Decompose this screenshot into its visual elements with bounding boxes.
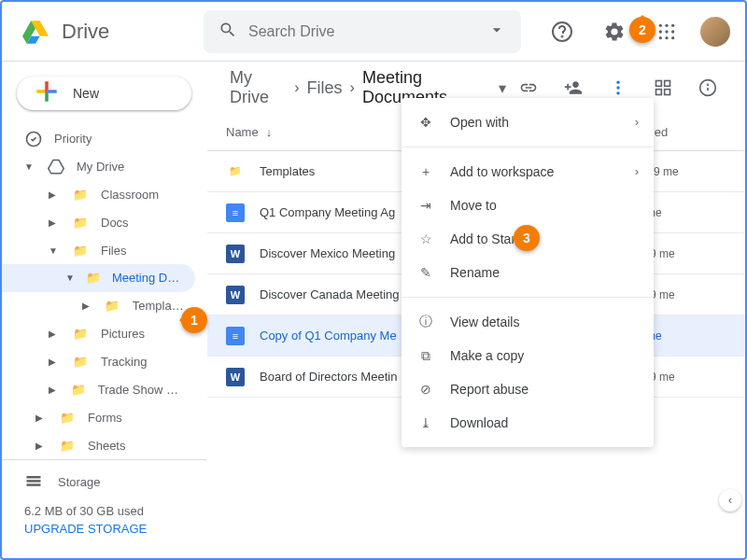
storage-section: Storage 6.2 MB of 30 GB used UPGRADE STO… (2, 459, 206, 547)
menu-rename[interactable]: ✎Rename (402, 256, 654, 289)
folder-icon: 📁 (58, 411, 77, 425)
svg-rect-19 (665, 81, 670, 87)
chevron-right-icon: › (350, 79, 355, 96)
search-icon (218, 21, 237, 43)
expand-icon[interactable]: ▶ (35, 413, 47, 423)
expand-icon[interactable]: ▶ (49, 385, 59, 395)
nav-forms[interactable]: ▶📁Forms (2, 403, 195, 431)
chevron-right-icon: › (635, 165, 639, 178)
svg-point-2 (659, 23, 662, 26)
menu-move-to[interactable]: ⇥Move to (402, 189, 654, 222)
nav-pictures[interactable]: ▶📁Pictures (2, 320, 195, 348)
storage-used: 6.2 MB of 30 GB used (24, 504, 184, 518)
svg-point-1 (562, 35, 563, 36)
nav-files[interactable]: ▼📁Files (2, 236, 195, 264)
svg-point-17 (616, 91, 619, 94)
breadcrumb-files[interactable]: Files (303, 75, 346, 102)
expand-icon[interactable]: ▶ (35, 441, 47, 451)
chevron-right-icon: › (294, 79, 299, 96)
expand-icon[interactable]: ▶ (82, 301, 92, 311)
nav-templates[interactable]: ▶📁Templates (2, 292, 195, 320)
chevron-right-icon: › (635, 116, 639, 129)
svg-point-8 (659, 36, 662, 39)
word-icon: W (226, 368, 245, 386)
drive-icon (47, 159, 65, 175)
folder-icon: 📁 (70, 383, 87, 397)
svg-rect-20 (656, 90, 662, 95)
svg-point-6 (665, 30, 668, 33)
word-icon: W (226, 245, 245, 263)
folder-icon: 📁 (71, 244, 90, 258)
expand-icon[interactable]: ▶ (49, 189, 60, 200)
expand-icon[interactable]: ▼ (65, 273, 75, 283)
svg-rect-18 (656, 81, 662, 87)
new-label: New (73, 86, 99, 101)
callout-3: 3 (514, 225, 540, 251)
menu-separator (402, 297, 654, 298)
menu-download[interactable]: ⤓Download (402, 406, 654, 440)
star-icon: ☆ (416, 231, 435, 246)
nav-meeting-documents[interactable]: ▼📁Meeting Documen... (2, 264, 195, 292)
pencil-icon: ✎ (416, 265, 435, 280)
menu-view-details[interactable]: ⓘView details (402, 305, 654, 339)
settings-icon[interactable] (596, 13, 633, 50)
storage-label: Storage (58, 475, 101, 489)
expand-icon[interactable]: ▶ (49, 329, 60, 339)
menu-open-with[interactable]: ✥Open with› (402, 105, 654, 139)
drive-logo-icon (17, 13, 54, 50)
folder-icon: 📁 (71, 327, 90, 341)
word-icon: W (226, 286, 245, 304)
callout-2: 2 (629, 17, 655, 43)
svg-point-24 (708, 84, 709, 85)
svg-rect-13 (27, 480, 41, 483)
plus-icon: + (416, 164, 435, 179)
folder-icon: 📁 (86, 271, 101, 285)
menu-separator (402, 147, 654, 147)
user-avatar[interactable] (700, 17, 730, 47)
info-icon[interactable] (689, 69, 726, 106)
svg-point-9 (665, 36, 668, 39)
plus-icon (32, 77, 62, 109)
menu-report-abuse[interactable]: ⊘Report abuse (402, 372, 654, 406)
sidebar: New Priority ▼ My Drive ▶📁Classroom ▶📁Do… (2, 62, 207, 558)
expand-icon[interactable]: ▶ (49, 217, 60, 228)
nav-tradeshow[interactable]: ▶📁Trade Show Docs (2, 375, 195, 403)
download-icon: ⤓ (416, 415, 435, 430)
logo[interactable]: Drive (17, 13, 204, 50)
svg-rect-12 (27, 476, 41, 479)
svg-point-5 (659, 30, 662, 33)
search-bar[interactable] (204, 10, 521, 53)
dropdown-icon[interactable]: ▾ (499, 79, 506, 97)
menu-add-workspace[interactable]: +Add to workspace› (402, 155, 654, 189)
svg-point-4 (671, 23, 674, 26)
help-icon[interactable] (543, 13, 581, 50)
new-button[interactable]: New (17, 77, 191, 110)
dropdown-icon[interactable] (487, 21, 506, 43)
search-input[interactable] (248, 23, 476, 40)
folder-icon: 📁 (71, 355, 90, 369)
folder-icon: 📁 (226, 162, 245, 181)
nav-tracking[interactable]: ▶📁Tracking (2, 348, 195, 376)
nav-sheets[interactable]: ▶📁Sheets (2, 431, 195, 459)
svg-point-16 (616, 86, 619, 89)
nav-classroom[interactable]: ▶📁Classroom (2, 181, 195, 209)
nav-docs[interactable]: ▶📁Docs (2, 208, 195, 236)
expand-icon[interactable]: ▼ (24, 161, 35, 172)
folder-icon: 📁 (58, 439, 77, 453)
open-with-icon: ✥ (416, 115, 435, 130)
nav-priority[interactable]: Priority (2, 125, 195, 153)
gdoc-icon: ≡ (226, 203, 245, 222)
breadcrumb-mydrive[interactable]: My Drive (226, 64, 290, 111)
nav-mydrive[interactable]: ▼ My Drive (2, 153, 195, 181)
menu-make-copy[interactable]: ⧉Make a copy (402, 339, 654, 372)
scroll-hint-icon[interactable]: ‹ (719, 489, 741, 511)
svg-point-7 (671, 30, 674, 33)
expand-icon[interactable]: ▼ (49, 245, 60, 256)
expand-icon[interactable]: ▶ (49, 357, 60, 367)
svg-point-3 (665, 23, 668, 26)
move-icon: ⇥ (416, 198, 435, 213)
folder-icon: 📁 (104, 299, 121, 313)
svg-point-10 (671, 36, 674, 39)
report-icon: ⊘ (416, 382, 435, 397)
upgrade-storage-link[interactable]: UPGRADE STORAGE (24, 522, 184, 536)
